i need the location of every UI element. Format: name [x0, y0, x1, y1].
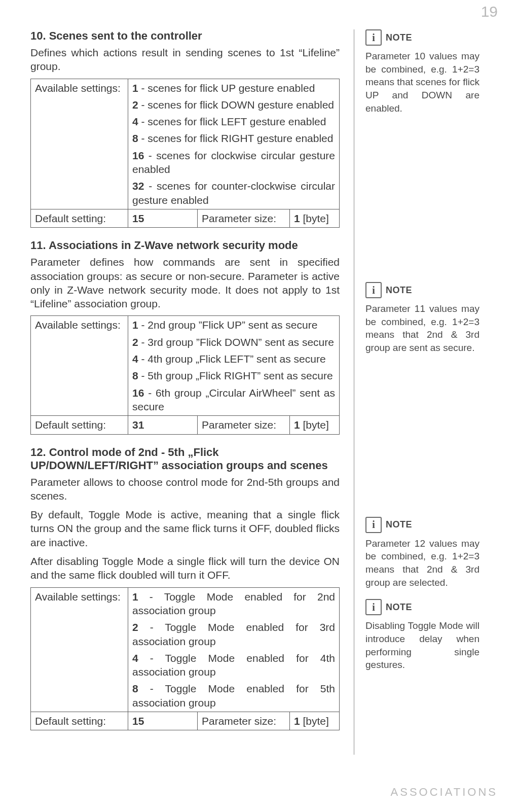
info-icon: i [365, 599, 382, 615]
info-icon: i [365, 517, 382, 533]
label-default-setting: Default setting: [31, 712, 128, 730]
note-4: i NOTE Disabling Toggle Mode will introd… [365, 599, 479, 672]
param-12-options: 1 - Toggle Mode enabled for 2nd associat… [128, 587, 340, 712]
note-label: NOTE [386, 602, 412, 613]
param-12-size: 1 [byte] [290, 712, 340, 730]
label-available-settings: Available settings: [31, 79, 128, 209]
label-default-setting: Default setting: [31, 209, 128, 227]
note-2-text: Parameter 11 values may be combined, e.g… [365, 302, 479, 355]
note-label: NOTE [386, 285, 412, 296]
param-12-default: 15 [128, 712, 198, 730]
section-12-title: 12. Control mode of 2nd - 5th „Flick UP/… [30, 446, 340, 472]
note-2: i NOTE Parameter 11 values may be combin… [365, 282, 479, 355]
note-3-text: Parameter 12 values may be combined, e.g… [365, 537, 479, 589]
note-3: i NOTE Parameter 12 values may be combin… [365, 517, 479, 589]
section-12-p3: After disabling Toggle Mode a single fli… [30, 554, 340, 582]
footer-section-name: ASSOCIATIONS [391, 786, 498, 799]
section-11-title: 11. Associations in Z-Wave network secur… [30, 239, 340, 252]
param-10-size: 1 [byte] [290, 209, 340, 227]
section-10-desc: Defines which actions result in sending … [30, 46, 340, 74]
main-column: 10. Scenes sent to the controller Define… [30, 29, 340, 755]
note-label: NOTE [386, 32, 412, 43]
param-11-options: 1 - 2nd group ”Flick UP” sent as secure … [128, 316, 340, 416]
param-10-options: 1 - scenes for flick UP gesture enabled … [128, 79, 340, 209]
label-parameter-size: Parameter size: [198, 209, 290, 227]
param-11-default: 31 [128, 416, 198, 434]
section-11-desc: Parameter defines how commands are sent … [30, 255, 340, 310]
section-12-p2: By default, Toggle Mode is active, meani… [30, 508, 340, 549]
param-11-table: Available settings: 1 - 2nd group ”Flick… [30, 315, 340, 434]
note-4-text: Disabling Toggle Mode will introduce del… [365, 619, 479, 672]
note-1: i NOTE Parameter 10 values may be combin… [365, 29, 479, 115]
sidebar-notes: i NOTE Parameter 10 values may be combin… [354, 29, 479, 755]
note-1-text: Parameter 10 values may be combined, e.g… [365, 50, 479, 115]
info-icon: i [365, 282, 382, 298]
param-12-table: Available settings: 1 - Toggle Mode enab… [30, 587, 340, 731]
section-10-title: 10. Scenes sent to the controller [30, 29, 340, 43]
label-parameter-size: Parameter size: [198, 416, 290, 434]
section-12-p1: Parameter allows to choose control mode … [30, 475, 340, 503]
label-default-setting: Default setting: [31, 416, 128, 434]
param-11-size: 1 [byte] [290, 416, 340, 434]
page-body: 10. Scenes sent to the controller Define… [30, 29, 487, 755]
label-available-settings: Available settings: [31, 587, 128, 712]
param-10-table: Available settings: 1 - scenes for flick… [30, 79, 340, 228]
label-parameter-size: Parameter size: [198, 712, 290, 730]
note-label: NOTE [386, 519, 412, 530]
page-number: 19 [481, 3, 498, 20]
param-10-default: 15 [128, 209, 198, 227]
info-icon: i [365, 29, 382, 46]
label-available-settings: Available settings: [31, 316, 128, 416]
